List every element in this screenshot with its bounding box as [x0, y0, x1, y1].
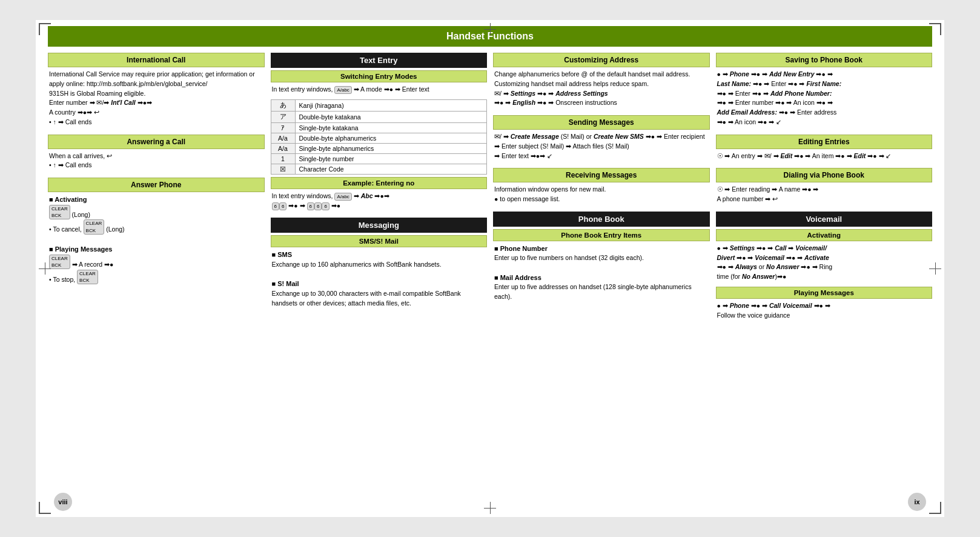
text-entry-section: Text Entry Switching Entry Modes In text… — [271, 53, 488, 213]
entry-table-row: A/aDouble-byte alphanumerics — [271, 133, 487, 143]
page-number-right: ix — [908, 493, 926, 511]
key-6-3: 6 — [307, 202, 314, 210]
corner-tl — [39, 23, 51, 35]
answer-phone-body: ■ Activating CLEARBCK (Long) • To cancel… — [48, 192, 265, 287]
example-header: Example: Entering no — [271, 177, 488, 189]
voicemail-playing-header: Playing Messages — [716, 287, 933, 299]
clear-bck-key-2: CLEARBCK — [84, 219, 105, 234]
key-6-4: 6 — [314, 202, 322, 210]
messaging-section: Messaging SMS/S! Mail ■ SMS Exchange up … — [271, 218, 488, 310]
corner-br — [929, 502, 941, 514]
crosshair-left — [39, 262, 51, 275]
activating-body: CLEARBCK (Long) • To cancel, CLEARBCK (L… — [49, 205, 263, 235]
content-area: International Call International Call Se… — [36, 53, 944, 517]
editing-entries-body: ☉ ➡ An entry ➡ ✉/ ➡ Edit ➡● ➡ An item ➡●… — [716, 149, 933, 164]
entry-label: Single-byte katakana — [295, 122, 487, 133]
column-1: International Call International Call Se… — [48, 53, 265, 517]
dialing-body: ☉ ➡ Enter reading ➡ A name ➡● ➡ A phone … — [716, 182, 933, 207]
saving-header: Saving to Phone Book — [716, 53, 933, 67]
answer-phone-section: Answer Phone ■ Activating CLEARBCK (Long… — [48, 178, 265, 287]
entry-label: Double-byte alphanumerics — [295, 133, 487, 143]
editing-entries-section: Editing Entries ☉ ➡ An entry ➡ ✉/ ➡ Edit… — [716, 135, 933, 164]
entry-label: Single-byte alphanumerics — [295, 143, 487, 153]
dialing-section: Dialing via Phone Book ☉ ➡ Enter reading… — [716, 168, 933, 207]
international-call-header: International Call — [48, 53, 265, 67]
smail-label: ■ S! Mail — [272, 279, 486, 289]
editing-entries-header: Editing Entries — [716, 135, 933, 149]
a-abc-key-2: A/abc — [334, 193, 351, 201]
sending-messages-section: Sending Messages ✉/ ➡ Create Message (S!… — [493, 115, 710, 163]
crosshair-top — [484, 23, 496, 35]
entry-icon: A/a — [271, 143, 295, 153]
phonebook-entry-body: ■ Phone Number Enter up to five numbers … — [493, 241, 710, 304]
entry-table-row: 1Single-byte number — [271, 153, 487, 164]
answering-call-header: Answering a Call — [48, 135, 265, 149]
entry-table-row: A/aSingle-byte alphanumerics — [271, 143, 487, 153]
saving-section: Saving to Phone Book ● ➡ Phone ➡● ➡ Add … — [716, 53, 933, 130]
phone-number-label: ■ Phone Number — [494, 244, 709, 254]
playing-messages-label: ■ Playing Messages — [49, 244, 263, 255]
receiving-messages-header: Receiving Messages — [493, 168, 710, 182]
entry-icon: ｱ — [271, 122, 295, 133]
sending-messages-header: Sending Messages — [493, 115, 710, 130]
entry-modes-table: あKanji (hiragana)アDouble-byte katakanaｱS… — [271, 99, 488, 175]
entry-label: Double-byte katakana — [295, 111, 487, 122]
entry-table-row: ｱSingle-byte katakana — [271, 122, 487, 133]
a-abc-key: A/abc — [334, 86, 351, 94]
column-2: Text Entry Switching Entry Modes In text… — [271, 53, 488, 517]
voicemail-section: Voicemail Activating ● ➡ Settings ➡● ➡ C… — [716, 212, 933, 323]
phonebook-header: Phone Book — [493, 212, 710, 227]
customizing-section: Customizing Address Change alphanumerics… — [493, 53, 710, 110]
dialing-header: Dialing via Phone Book — [716, 168, 933, 182]
text-entry-header: Text Entry — [271, 53, 488, 68]
entry-label: Character Code — [295, 164, 487, 174]
entry-table-row: アDouble-byte katakana — [271, 111, 487, 122]
messaging-header: Messaging — [271, 218, 488, 233]
mail-address-body: Enter up to five addresses on handset (1… — [494, 282, 709, 302]
example-body: In text entry windows, A/abc ➡ Abc ➡●➡ 6… — [271, 189, 488, 213]
page-container: Handset Functions International Call Int… — [36, 20, 944, 517]
international-call-body: International Call Service may require p… — [48, 67, 265, 130]
entry-icon: ☒ — [271, 164, 295, 174]
phone-number-body: Enter up to five numbers on handset (32 … — [494, 253, 709, 263]
phonebook-section: Phone Book Phone Book Entry Items ■ Phon… — [493, 212, 710, 304]
switching-modes-header: Switching Entry Modes — [271, 70, 488, 82]
sms-body: Exchange up to 160 alphanumerics with So… — [272, 260, 486, 270]
mail-address-label: ■ Mail Address — [494, 273, 709, 283]
entry-table-row: あKanji (hiragana) — [271, 99, 487, 111]
sms-label: ■ SMS — [272, 250, 486, 260]
receiving-messages-body: Information window opens for new mail. ●… — [493, 182, 710, 207]
entry-label: Single-byte number — [295, 153, 487, 164]
playing-messages-body: CLEARBCK ➡ A record ➡● • To stop, CLEARB… — [49, 255, 263, 285]
answering-call-body: When a call arrives, ↩ • ↑ ➡ Call ends — [48, 149, 265, 173]
entry-icon: A/a — [271, 133, 295, 143]
receiving-messages-section: Receiving Messages Information window op… — [493, 168, 710, 207]
key-6-2: 6 — [279, 202, 286, 210]
customizing-header: Customizing Address — [493, 53, 710, 67]
switching-modes-body: In text entry windows, A/abc ➡ A mode ➡●… — [271, 82, 488, 97]
phonebook-entry-header: Phone Book Entry Items — [493, 229, 710, 241]
smail-body: Exchange up to 30,000 characters with e-… — [272, 289, 486, 309]
answering-call-section: Answering a Call When a call arrives, ↩ … — [48, 135, 265, 173]
voicemail-header: Voicemail — [716, 212, 933, 227]
crosshair-right — [929, 262, 941, 275]
corner-bl — [39, 502, 51, 514]
column-4: Saving to Phone Book ● ➡ Phone ➡● ➡ Add … — [716, 53, 933, 517]
sending-messages-body: ✉/ ➡ Create Message (S! Mail) or Create … — [493, 130, 710, 163]
customizing-body: Change alphanumerics before @ of the def… — [493, 67, 710, 110]
crosshair-bottom — [484, 502, 496, 514]
entry-label: Kanji (hiragana) — [295, 99, 487, 111]
clear-bck-key-3: CLEARBCK — [49, 255, 70, 269]
entry-icon: あ — [271, 99, 295, 111]
voicemail-playing-body: ● ➡ Phone ➡● ➡ Call Voicemail ➡● ➡ Follo… — [716, 299, 933, 323]
entry-icon: ア — [271, 111, 295, 122]
corner-tr — [929, 23, 941, 35]
sms-mail-header: SMS/S! Mail — [271, 235, 488, 247]
voicemail-activating-header: Activating — [716, 229, 933, 241]
key-6-5: 6 — [322, 202, 329, 210]
clear-bck-key-1: CLEARBCK — [49, 205, 70, 219]
page-number-left: viii — [54, 493, 72, 511]
entry-icon: 1 — [271, 153, 295, 164]
clear-bck-key-4: CLEARBCK — [77, 270, 98, 284]
key-6-1: 6 — [272, 202, 279, 210]
